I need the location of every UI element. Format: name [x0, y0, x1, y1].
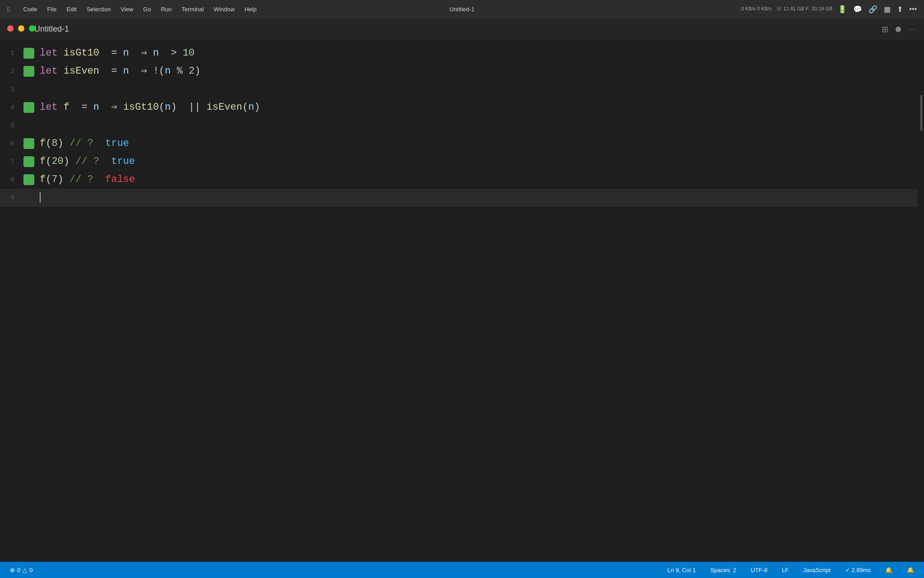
- menubar:  Code File Edit Selection View Go Run T…: [0, 0, 924, 18]
- code-line-1: 1 let isGt10 = n ⇒ n > 10: [0, 44, 918, 62]
- line-number-7: 7: [0, 158, 23, 166]
- code-line-5: 5: [0, 117, 918, 135]
- storage-stats: U: 11.81 GB F: 20.19 GB: [777, 5, 832, 12]
- minimize-button[interactable]: [18, 25, 24, 32]
- code-text-8: f(7) // ? false: [40, 171, 135, 189]
- status-notification-icon[interactable]: 🔔: [904, 562, 917, 578]
- code-line-7: 7 f(20) // ? true: [0, 153, 918, 171]
- status-language[interactable]: JavaScript: [800, 562, 833, 578]
- code-text-7: f(20) // ? true: [40, 153, 135, 171]
- code-editor[interactable]: 1 let isGt10 = n ⇒ n > 10 2 let isEven =…: [0, 41, 918, 562]
- status-encoding[interactable]: UTF-8: [748, 562, 770, 578]
- menu-selection[interactable]: Selection: [82, 4, 115, 14]
- spaces-text: Spaces: 2: [710, 567, 736, 573]
- statusbar: ⊗ 0 △ 0 Ln 9, Col 1 Spaces: 2 UTF-8 LF J…: [0, 562, 924, 578]
- menu-window[interactable]: Window: [209, 4, 239, 14]
- code-text-6: f(8) // ? true: [40, 135, 129, 153]
- notification-icon: 🔔: [907, 567, 914, 573]
- check-icon: ✓ 2.89ms: [845, 567, 871, 573]
- battery-icon: 🔋: [838, 5, 847, 14]
- window-title: Untitled-1: [449, 6, 475, 13]
- error-icon: ⊗: [10, 567, 15, 573]
- warning-icon: △: [23, 567, 27, 573]
- line-number-4: 4: [0, 104, 23, 112]
- status-errors[interactable]: ⊗ 0 △ 0: [7, 562, 35, 578]
- menu-extra-icon[interactable]: ▦: [884, 5, 891, 14]
- split-editor-icon[interactable]: ⊞: [882, 24, 888, 34]
- line-number-1: 1: [0, 50, 23, 57]
- maximize-button[interactable]: [29, 25, 35, 32]
- status-feedback-icon[interactable]: 🔔: [882, 562, 895, 578]
- menu-edit[interactable]: Edit: [62, 4, 81, 14]
- status-timing[interactable]: ✓ 2.89ms: [842, 562, 873, 578]
- menu-help[interactable]: Help: [240, 4, 261, 14]
- language-text: JavaScript: [803, 567, 831, 573]
- menu-items: Code File Edit Selection View Go Run Ter…: [18, 4, 741, 14]
- code-text-4: let f = n ⇒ isGt10(n) || isEven(n): [40, 98, 260, 117]
- menu-run[interactable]: Run: [157, 4, 176, 14]
- line-number-6: 6: [0, 140, 23, 148]
- unsaved-indicator: [896, 27, 901, 32]
- menu-terminal[interactable]: Terminal: [177, 4, 208, 14]
- more-actions-icon[interactable]: ···: [908, 25, 917, 33]
- breakpoint-empty-5: [23, 120, 34, 131]
- status-eol[interactable]: LF: [779, 562, 791, 578]
- breakpoint-2[interactable]: [23, 66, 34, 77]
- menu-view[interactable]: View: [116, 4, 138, 14]
- code-line-9: 9: [0, 189, 918, 207]
- breakpoint-7[interactable]: [23, 156, 34, 167]
- code-line-6: 6 f(8) // ? true: [0, 135, 918, 153]
- code-text-1: let isGt10 = n ⇒ n > 10: [40, 44, 194, 62]
- cursor-icon[interactable]: ⬆: [897, 5, 903, 14]
- breakpoint-empty-3: [23, 84, 34, 95]
- menu-code[interactable]: Code: [18, 4, 42, 14]
- breakpoint-4[interactable]: [23, 102, 34, 113]
- encoding-text: UTF-8: [751, 567, 767, 573]
- error-count: 0: [17, 567, 20, 573]
- tabbar-right: ⊞ ···: [882, 24, 917, 34]
- line-number-2: 2: [0, 68, 23, 75]
- code-line-2: 2 let isEven = n ⇒ !(n % 2): [0, 62, 918, 80]
- scrollbar-thumb[interactable]: [920, 95, 922, 131]
- breakpoint-1[interactable]: [23, 48, 34, 59]
- window-controls: [7, 25, 35, 32]
- tabbar: Untitled-1 ⊞ ···: [0, 18, 924, 41]
- tab-title[interactable]: Untitled-1: [34, 24, 882, 34]
- warning-count: 0: [29, 567, 32, 573]
- code-line-3: 3: [0, 80, 918, 98]
- feedback-icon: 🔔: [885, 567, 892, 573]
- menu-file[interactable]: File: [43, 4, 61, 14]
- apple-logo-icon: : [7, 5, 9, 13]
- menubar-right: 0 KB/s 0 KB/s U: 11.81 GB F: 20.19 GB 🔋 …: [741, 5, 917, 14]
- line-number-9: 9: [0, 194, 23, 202]
- line-number-3: 3: [0, 86, 23, 93]
- position-text: Ln 9, Col 1: [667, 567, 696, 573]
- scrollbar-track[interactable]: [918, 41, 924, 562]
- line-number-8: 8: [0, 176, 23, 184]
- status-spaces[interactable]: Spaces: 2: [707, 562, 739, 578]
- code-line-4: 4 let f = n ⇒ isGt10(n) || isEven(n): [0, 98, 918, 117]
- line-number-5: 5: [0, 122, 23, 130]
- editor-area: 1 let isGt10 = n ⇒ n > 10 2 let isEven =…: [0, 41, 924, 562]
- status-position[interactable]: Ln 9, Col 1: [665, 562, 698, 578]
- share-icon[interactable]: 🔗: [869, 5, 878, 14]
- network-stats: 0 KB/s 0 KB/s: [741, 5, 772, 12]
- message-icon[interactable]: 💬: [853, 5, 862, 14]
- close-button[interactable]: [7, 25, 14, 32]
- menu-go[interactable]: Go: [139, 4, 155, 14]
- eol-text: LF: [782, 567, 789, 573]
- code-text-2: let isEven = n ⇒ !(n % 2): [40, 62, 201, 80]
- code-line-8: 8 f(7) // ? false: [0, 171, 918, 189]
- dots-icon[interactable]: •••: [909, 5, 917, 13]
- breakpoint-8[interactable]: [23, 174, 34, 185]
- breakpoint-6[interactable]: [23, 138, 34, 149]
- breakpoint-empty-9: [23, 192, 34, 203]
- menubar-icons: 🔋 💬 🔗 ▦ ⬆ •••: [838, 5, 917, 14]
- code-text-9: [40, 189, 41, 207]
